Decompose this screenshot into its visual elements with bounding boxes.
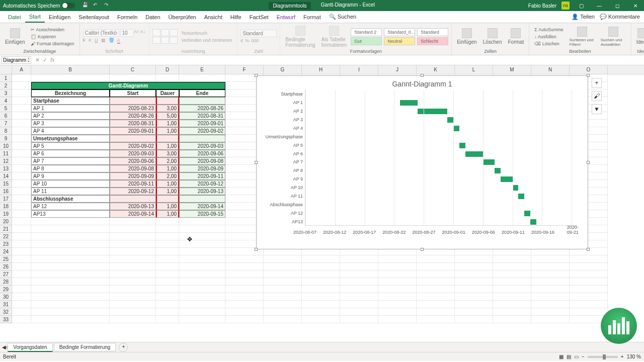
fill-color-icon[interactable]: 🪣 xyxy=(109,38,114,44)
row-20[interactable]: 20 xyxy=(0,218,12,225)
add-sheet-icon[interactable]: + xyxy=(119,343,128,352)
find-select-button[interactable]: Suchen und Auswählen xyxy=(599,26,628,48)
col-L[interactable]: L xyxy=(455,65,493,74)
chart-bar[interactable] xyxy=(418,109,447,114)
user-avatar[interactable]: FB xyxy=(561,2,570,10)
col-A[interactable]: A xyxy=(12,65,31,74)
sheet-nav-first-icon[interactable]: ◀ xyxy=(2,344,6,350)
chart-bar[interactable] xyxy=(530,219,536,225)
col-N[interactable]: N xyxy=(531,65,570,74)
chart-handle[interactable] xyxy=(587,74,590,77)
sheet-tab-other[interactable]: Bedingte Formatierung xyxy=(54,343,116,351)
row-1[interactable]: 1 xyxy=(0,74,12,82)
row-16[interactable]: 16 xyxy=(0,188,12,195)
select-all-corner[interactable] xyxy=(0,65,12,74)
row-23[interactable]: 23 xyxy=(0,240,12,248)
chart-bar[interactable] xyxy=(495,168,501,173)
col-M[interactable]: M xyxy=(493,65,531,74)
merge-button[interactable]: Verbinden und zentrieren xyxy=(180,37,234,43)
tab-format[interactable]: Format xyxy=(299,12,325,22)
col-H[interactable]: H xyxy=(302,65,340,74)
comments-button[interactable]: 💬 Kommentare xyxy=(600,14,640,20)
font-color-icon[interactable]: A xyxy=(117,38,120,44)
row-10[interactable]: 10 xyxy=(0,142,12,150)
autosave-toggle[interactable]: Automatisches Speichern xyxy=(0,3,78,9)
autosum-button[interactable]: Σ AutoSumme xyxy=(532,27,566,33)
cond-format-button[interactable]: Bedingte Formatierung xyxy=(283,25,317,49)
zoom-slider[interactable] xyxy=(588,356,618,358)
row-9[interactable]: 9 xyxy=(0,135,12,142)
chart-handle[interactable] xyxy=(587,161,590,164)
number-format-select[interactable] xyxy=(240,30,277,37)
col-F[interactable]: F xyxy=(225,65,264,74)
name-box[interactable] xyxy=(1,56,31,64)
col-K[interactable]: K xyxy=(417,65,455,74)
comma-icon[interactable]: 000 xyxy=(251,38,259,43)
tab-view[interactable]: Ansicht xyxy=(200,12,226,22)
row-2[interactable]: 2 xyxy=(0,82,12,89)
tab-review[interactable]: Überprüfen xyxy=(165,12,200,22)
chart-styles-icon[interactable]: 🖌 xyxy=(592,91,602,101)
row-8[interactable]: 8 xyxy=(0,127,12,135)
chart-bar[interactable] xyxy=(453,126,459,131)
tab-home[interactable]: Start xyxy=(25,12,45,23)
cut-button[interactable]: ✂ Ausschneiden xyxy=(29,27,76,33)
clear-button[interactable]: ⌫ Löschen xyxy=(532,41,566,47)
delete-cells-button[interactable]: Löschen xyxy=(481,27,504,46)
sheet-tab-active[interactable]: Vorgangsdaten xyxy=(8,343,52,352)
shrink-font-icon[interactable]: A↓ xyxy=(140,29,146,37)
tab-formulas[interactable]: Formeln xyxy=(113,12,141,22)
tab-design[interactable]: Entwurf xyxy=(273,12,299,22)
maximize-icon[interactable]: ◻ xyxy=(611,3,624,9)
row-21[interactable]: 21 xyxy=(0,225,12,233)
chart-bar[interactable] xyxy=(483,159,495,165)
chart-elements-icon[interactable]: + xyxy=(592,78,602,88)
zoom-out-icon[interactable]: − xyxy=(582,354,585,359)
row-18[interactable]: 18 xyxy=(0,203,12,210)
currency-icon[interactable]: € xyxy=(240,38,243,43)
column-headers[interactable]: A B C D E F G H I J K L M N O xyxy=(0,65,644,74)
undo-icon[interactable]: ↶ xyxy=(93,2,100,9)
underline-button[interactable]: U xyxy=(95,38,98,44)
col-G[interactable]: G xyxy=(264,65,302,74)
col-I[interactable]: I xyxy=(340,65,378,74)
style-standard[interactable]: Standard xyxy=(417,28,448,36)
chart-bar[interactable] xyxy=(524,211,530,216)
chart-handle[interactable] xyxy=(255,248,258,251)
view-break-icon[interactable]: ▭ xyxy=(574,354,579,359)
chart-bar[interactable] xyxy=(465,151,483,157)
tab-file[interactable]: Datei xyxy=(4,12,25,22)
style-schlecht[interactable]: Schlecht xyxy=(417,37,448,45)
row-12[interactable]: 12 xyxy=(0,157,12,165)
formula-input[interactable] xyxy=(58,56,644,64)
row-27[interactable]: 27 xyxy=(0,270,12,278)
row-30[interactable]: 30 xyxy=(0,293,12,301)
style-standard2[interactable]: Standard 2 xyxy=(351,28,382,36)
chart-handle[interactable] xyxy=(255,74,258,77)
row-22[interactable]: 22 xyxy=(0,233,12,240)
toggle-switch[interactable] xyxy=(62,3,75,9)
tab-factset[interactable]: FactSet xyxy=(246,12,273,22)
chart-bar[interactable] xyxy=(447,117,453,123)
bold-button[interactable]: F xyxy=(83,38,86,44)
row-4[interactable]: 4 xyxy=(0,97,12,105)
save-icon[interactable]: 💾 xyxy=(82,2,89,9)
chart-bar[interactable] xyxy=(513,185,519,191)
row-33[interactable]: 33 xyxy=(0,316,12,323)
style-standard0[interactable]: Standard_0... xyxy=(384,28,415,36)
alignment-buttons[interactable] xyxy=(152,29,178,44)
row-28[interactable]: 28 xyxy=(0,278,12,286)
redo-icon[interactable]: ↷ xyxy=(104,2,111,9)
row-6[interactable]: 6 xyxy=(0,112,12,120)
zoom-in-icon[interactable]: + xyxy=(621,354,624,359)
chart-bar[interactable] xyxy=(518,194,524,199)
row-headers[interactable]: 1234567891011121314151617181920212223242… xyxy=(0,74,12,323)
row-13[interactable]: 13 xyxy=(0,165,12,172)
row-11[interactable]: 11 xyxy=(0,150,12,157)
format-cells-button[interactable]: Format xyxy=(506,27,526,46)
font-size-select[interactable] xyxy=(120,29,133,37)
format-painter-button[interactable]: 🖌 Format übertragen xyxy=(29,41,76,47)
tab-help[interactable]: Hilfe xyxy=(226,12,246,22)
col-E[interactable]: E xyxy=(179,65,225,74)
close-icon[interactable]: ✕ xyxy=(629,3,642,9)
